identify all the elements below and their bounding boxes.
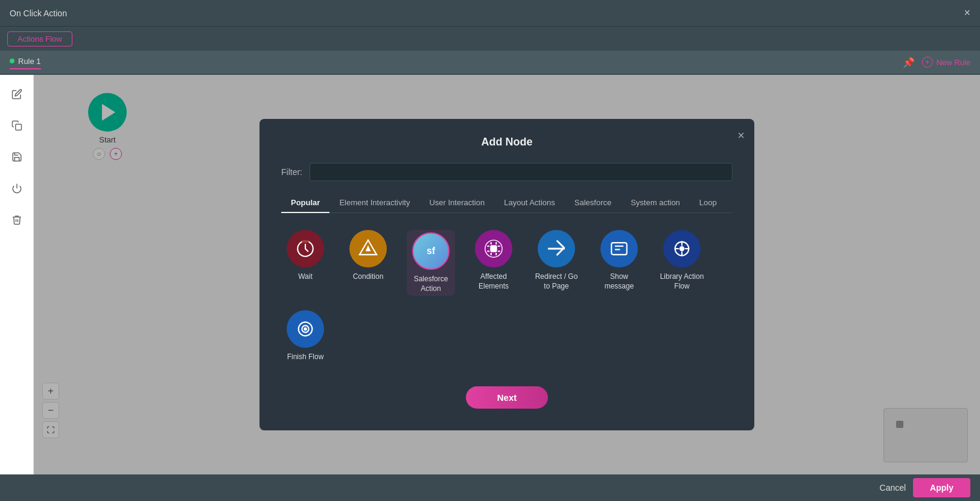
rule-bar-right: 📌 + New Rule [903,57,970,68]
svg-rect-0 [15,124,21,130]
modal-overlay: × Add Node Filter: Popular Element Inter… [34,75,980,474]
node-condition[interactable]: Condition [344,230,392,296]
tab-loop[interactable]: Loop [690,193,727,213]
modal-title: Add Node [281,136,733,148]
svg-point-8 [679,246,685,252]
node-finish[interactable]: Finish Flow [281,310,329,362]
salesforce-icon: sf [412,232,450,270]
node-affected[interactable]: Affected Elements [469,230,518,296]
svg-rect-4 [611,243,627,255]
main-content: Start ○ + + − × Add Node [0,75,980,474]
condition-label: Condition [353,272,384,282]
rule-1-tab[interactable]: Rule 1 [10,57,41,69]
node-library[interactable]: Library Action Flow [658,230,706,296]
show-message-icon [600,230,638,267]
title-bar: On Click Action × [0,0,980,27]
tab-system-action[interactable]: System action [621,193,690,213]
node-grid: Wait Condition [281,230,733,362]
power-icon[interactable] [7,179,27,198]
rule-label: Rule 1 [18,57,41,66]
condition-icon [349,230,387,267]
next-button[interactable]: Next [466,386,549,409]
actions-flow-tab[interactable]: Actions Flow [7,31,72,46]
node-salesforce[interactable]: sf Salesforce Action [407,230,455,296]
new-rule-plus-icon: + [922,57,933,68]
new-rule-button[interactable]: + New Rule [922,57,970,68]
affected-icon [475,230,512,267]
svg-rect-3 [302,240,308,243]
tab-layout-actions[interactable]: Layout Actions [494,193,565,213]
tab-popular[interactable]: Popular [281,193,329,213]
save-icon[interactable] [7,147,27,167]
library-icon [663,230,701,267]
copy-icon[interactable] [7,116,27,135]
node-wait[interactable]: Wait [281,230,329,296]
finish-label: Finish Flow [287,353,324,362]
salesforce-label: Salesforce Action [409,275,453,293]
pin-icon: 📌 [903,57,915,68]
modal-footer: Next [281,386,733,409]
window-close-button[interactable]: × [964,7,970,19]
node-show-message[interactable]: Show message [595,230,643,296]
tab-bar: Actions Flow [0,27,980,51]
library-label: Library Action Flow [658,272,706,291]
show-message-label: Show message [595,272,643,291]
redirect-label: Redirect / Go to Page [532,272,581,291]
tab-element-interactivity[interactable]: Element Interactivity [329,193,419,213]
bottom-bar: Cancel Apply [0,474,980,501]
rule-status-dot [10,59,14,63]
new-rule-label: New Rule [937,58,970,67]
wait-label: Wait [298,272,313,282]
affected-label: Affected Elements [469,272,518,291]
svg-point-11 [304,327,307,331]
wait-icon [287,230,324,267]
tab-salesforce[interactable]: Salesforce [565,193,621,213]
left-sidebar [0,75,34,474]
cancel-button[interactable]: Cancel [880,483,906,493]
apply-button[interactable]: Apply [913,478,970,497]
tab-user-interaction[interactable]: User Interaction [419,193,494,213]
modal-close-button[interactable]: × [737,129,745,142]
delete-icon[interactable] [7,210,27,229]
finish-icon [287,310,324,348]
window-title: On Click Action [10,8,67,18]
node-redirect[interactable]: Redirect / Go to Page [532,230,581,296]
modal-tabs: Popular Element Interactivity User Inter… [281,193,733,213]
filter-label: Filter: [281,167,302,177]
redirect-icon [538,230,575,267]
canvas-area: Start ○ + + − × Add Node [34,75,980,474]
rule-bar: Rule 1 📌 + New Rule [0,51,980,75]
add-node-modal: × Add Node Filter: Popular Element Inter… [259,119,754,430]
edit-icon[interactable] [7,85,27,104]
filter-input[interactable] [310,163,733,181]
filter-row: Filter: [281,163,733,181]
